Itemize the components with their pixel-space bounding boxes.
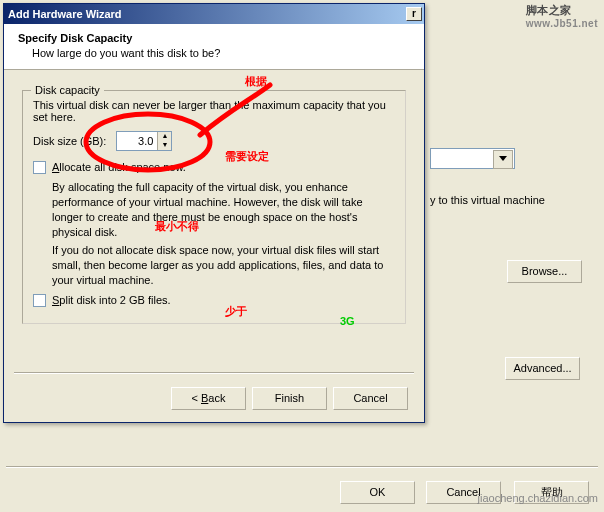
wizard-button-row: < Back Finish Cancel [171,387,408,410]
page-subtitle: How large do you want this disk to be? [32,47,410,59]
split-label: SSplit disk into 2 GB files.plit disk in… [52,294,171,306]
disk-size-input[interactable] [117,132,157,150]
watermark-bottom: jiaocheng.chazidian.com [478,492,598,504]
disk-size-spinner[interactable]: ▲ ▼ [116,131,172,151]
spinner-up-icon[interactable]: ▲ [157,132,171,141]
allocate-warning: If you do not allocate disk space now, y… [52,243,395,288]
ok-button[interactable]: OK [340,481,415,504]
window-title: Add Hardware Wizard [8,8,406,20]
wizard-header: Specify Disk Capacity How large do you w… [4,24,424,70]
split-checkbox[interactable] [33,294,46,307]
allocate-label: AAllocate all disk space now.llocate all… [52,161,186,173]
allocate-description: By allocating the full capacity of the v… [52,180,395,239]
group-title: Disk capacity [31,84,104,96]
device-select[interactable] [430,148,515,169]
watermark-top: 脚本之家 www.Jb51.net [526,3,598,29]
allocate-checkbox-row: AAllocate all disk space now.llocate all… [33,161,395,174]
chevron-down-icon [499,156,507,161]
allocate-checkbox[interactable] [33,161,46,174]
finish-button[interactable]: Finish [252,387,327,410]
advanced-button[interactable]: Advanced... [505,357,580,380]
add-hardware-wizard-dialog: Add Hardware Wizard r Specify Disk Capac… [3,3,425,423]
titlebar[interactable]: Add Hardware Wizard r [4,4,424,24]
split-checkbox-row: SSplit disk into 2 GB files.plit disk in… [33,294,395,307]
spinner-down-icon[interactable]: ▼ [157,141,171,150]
disk-size-row: Disk size (GB): ▲ ▼ [33,131,395,151]
browse-button[interactable]: Browse... [507,260,582,283]
cancel-button[interactable]: Cancel [333,387,408,410]
disk-size-label: Disk size (GB): [33,135,106,147]
button-separator [14,372,414,374]
capacity-info-text: This virtual disk can never be larger th… [33,99,395,123]
page-title: Specify Disk Capacity [18,32,410,44]
close-button[interactable]: r [406,7,422,21]
separator [6,466,598,468]
device-label: y to this virtual machine [430,194,545,206]
disk-capacity-group: Disk capacity This virtual disk can neve… [22,90,406,324]
back-button[interactable]: < Back [171,387,246,410]
wizard-body: Disk capacity This virtual disk can neve… [4,70,424,338]
